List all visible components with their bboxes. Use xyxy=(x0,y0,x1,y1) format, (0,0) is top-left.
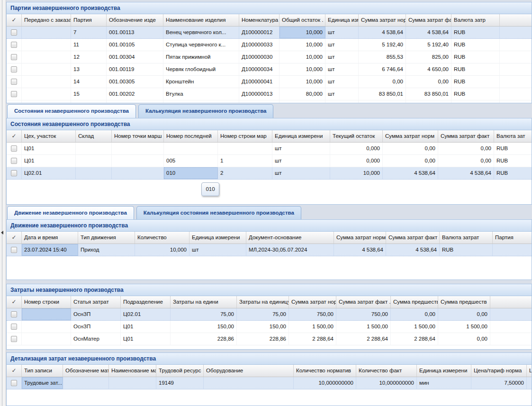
column-header[interactable]: Общий остаток . xyxy=(280,14,325,26)
grid-cell[interactable]: Ц01 xyxy=(22,155,76,167)
grid-cell[interactable]: 80,000 xyxy=(280,88,325,100)
grid-cell[interactable]: Ц01 xyxy=(22,143,76,154)
grid-cell[interactable]: шт xyxy=(325,51,359,63)
grid-cell[interactable]: 4 538,64 xyxy=(383,167,438,179)
grid-cell[interactable] xyxy=(22,333,71,345)
grid-cell[interactable]: 0,00 xyxy=(438,333,490,345)
grid-cell[interactable]: Червяк глобоидный xyxy=(163,63,239,75)
grid-cell[interactable]: 001.00305 xyxy=(107,76,163,88)
row-checkbox[interactable] xyxy=(11,54,17,60)
grid-cell[interactable]: 750,00 xyxy=(289,308,336,320)
grid-cell[interactable]: 15 xyxy=(71,88,107,100)
grid-cell[interactable]: 001.00105 xyxy=(107,39,163,51)
grid-cell[interactable]: RUB xyxy=(440,244,493,256)
select-all-header[interactable]: ✓ xyxy=(7,365,22,377)
row-checkbox[interactable] xyxy=(11,311,17,317)
table-row[interactable]: 7001.00113Венец червячного кол...Д100000… xyxy=(7,27,532,39)
grid-cell[interactable]: 150,00 xyxy=(171,321,237,333)
grid-cell[interactable] xyxy=(22,76,71,88)
column-header[interactable]: Сумма затрат факт xyxy=(438,130,494,142)
table-row[interactable]: ОснЗПЦ01150,00150,001 500,001 500,001 50… xyxy=(7,321,532,333)
row-checkbox[interactable] xyxy=(11,66,17,72)
grid-cell[interactable]: 2 048,00 xyxy=(359,100,406,103)
grid-cell[interactable]: 0,000 xyxy=(330,155,383,167)
grid-cell[interactable]: шт xyxy=(272,167,330,179)
row-checkbox[interactable] xyxy=(11,247,17,253)
select-all-header[interactable]: ✓ xyxy=(7,14,22,26)
grid-cell[interactable] xyxy=(112,167,164,179)
column-header[interactable]: Количество факт xyxy=(356,365,417,377)
column-header[interactable]: Сумма предшеств xyxy=(438,296,490,308)
select-all-header[interactable]: ✓ xyxy=(7,130,22,142)
table-row[interactable]: 13001.00119Червяк глобоидныйД10000003410… xyxy=(7,63,532,76)
grid-cell[interactable]: Кронштейн xyxy=(163,76,239,88)
table-row[interactable]: ОснЗПЦ02.0175,0075,00750,00750,000,000,0… xyxy=(7,308,532,321)
grid-cell[interactable]: RUB xyxy=(494,155,532,167)
grid-cell[interactable]: шт xyxy=(325,88,359,100)
grid-cell[interactable]: 750,00 xyxy=(336,308,391,320)
table-row[interactable]: Ц01шт0,0000,000,00RUB xyxy=(7,143,532,155)
grid-cell[interactable]: 4 650,00 xyxy=(406,63,451,75)
row-checkbox[interactable] xyxy=(11,170,17,176)
grid-cell[interactable] xyxy=(527,377,532,389)
column-header[interactable]: Номер строки xyxy=(22,296,71,308)
grid-cell[interactable]: Крепление фланцевое xyxy=(163,100,239,103)
grid-cell[interactable]: 1 500,00 xyxy=(438,321,490,333)
column-header[interactable]: Сумма предшеству xyxy=(391,296,438,308)
grid-cell[interactable]: 7 xyxy=(71,27,107,38)
column-header[interactable]: Партия xyxy=(493,232,532,244)
column-header[interactable]: Обозначение мате xyxy=(63,365,109,377)
grid-cell[interactable]: шт xyxy=(325,76,359,88)
grid-cell[interactable]: Д100000034 xyxy=(239,63,280,75)
table-row[interactable]: Ц02.010102шт10,0004 538,644 538,64RUB xyxy=(7,167,532,180)
grid-cell[interactable] xyxy=(63,377,109,389)
grid-cell[interactable]: шт xyxy=(189,244,246,256)
grid-cell[interactable]: 825,00 xyxy=(406,51,451,63)
table-row[interactable]: 21001.00401Крепление фланцевоеД100000018… xyxy=(7,100,532,103)
grid-cell[interactable]: 10,000000000 xyxy=(294,377,356,389)
column-header[interactable]: Затраты на едини xyxy=(171,296,237,308)
grid-cell[interactable]: ОснМатер xyxy=(71,333,121,345)
grid-cell[interactable]: 0,00 xyxy=(391,308,438,320)
column-header[interactable]: Документ-основание xyxy=(246,232,334,244)
table-row[interactable]: 11001.00105Ступица червячного к...Д10000… xyxy=(7,39,532,51)
row-checkbox[interactable] xyxy=(11,29,17,36)
grid-cell[interactable]: 5 192,40 xyxy=(406,39,451,51)
grid-cell[interactable]: 4 538,64 xyxy=(386,244,440,256)
grid-cell[interactable] xyxy=(112,155,164,167)
grid-cell[interactable]: 10,000 xyxy=(280,63,325,75)
grid-cell[interactable]: 2 288,64 xyxy=(336,333,391,345)
table-row[interactable]: 23.07.2024 15:40Приход10,000штМЛ,2024-30… xyxy=(7,244,532,256)
grid-cell[interactable]: 0,00 xyxy=(359,76,406,88)
column-header[interactable]: Номенклатура и xyxy=(239,14,280,26)
grid-cell[interactable]: RUB xyxy=(451,100,500,103)
grid-cell[interactable] xyxy=(22,27,71,38)
grid-cell[interactable] xyxy=(109,377,156,389)
grid-cell[interactable]: 11 xyxy=(71,39,107,51)
grid-cell[interactable]: Д100000013 xyxy=(239,88,280,100)
grid-cell[interactable]: 75,00 xyxy=(237,308,289,320)
grid-cell[interactable]: 010 xyxy=(164,167,218,179)
grid-cell[interactable]: 83 850,01 xyxy=(406,88,451,100)
row-checkbox[interactable] xyxy=(11,158,17,164)
grid-cell[interactable]: 001.00113 xyxy=(107,27,163,38)
grid-cell[interactable]: 228,86 xyxy=(237,333,289,345)
grid-cell[interactable]: RUB xyxy=(494,143,532,154)
grid-cell[interactable]: 1 xyxy=(218,155,272,167)
collapse-left-icon[interactable] xyxy=(1,231,3,235)
column-header[interactable]: Номер строки мар xyxy=(218,130,272,142)
grid-cell[interactable]: 0,00 xyxy=(383,155,438,167)
column-header[interactable]: Наименование изделия xyxy=(163,14,239,26)
grid-cell[interactable]: RUB xyxy=(451,27,500,38)
grid-cell[interactable]: 005 xyxy=(164,155,218,167)
grid-cell[interactable]: Трудовые зат... xyxy=(22,377,63,389)
grid-cell[interactable] xyxy=(164,143,218,154)
row-checkbox[interactable] xyxy=(11,79,17,85)
grid-cell[interactable]: 0,00 xyxy=(438,143,494,154)
grid-cell[interactable]: 228,86 xyxy=(171,333,237,345)
grid-cell[interactable]: мин xyxy=(417,377,471,389)
grid-cell[interactable]: 4 538,64 xyxy=(406,27,451,38)
column-header[interactable]: Склад xyxy=(76,130,112,142)
row-checkbox[interactable] xyxy=(11,380,17,386)
column-header[interactable]: Сумма затрат факт xyxy=(386,232,440,244)
